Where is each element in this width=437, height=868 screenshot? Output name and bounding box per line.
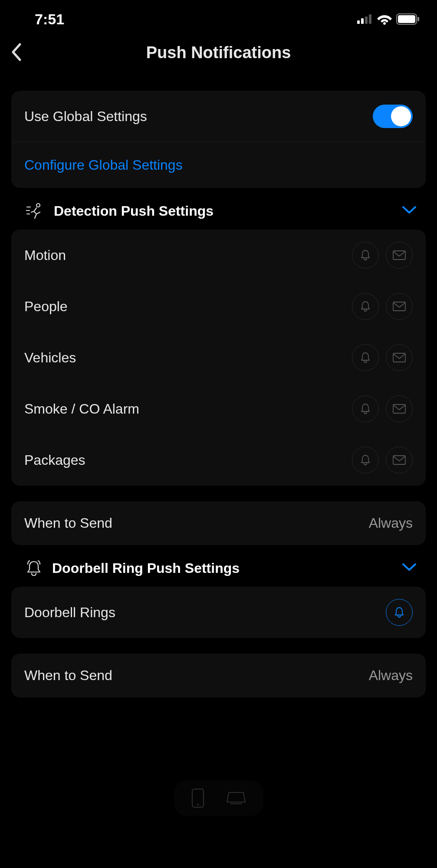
- status-bar: 7:51: [0, 0, 437, 35]
- global-settings-card: Use Global Settings Configure Global Set…: [11, 91, 426, 188]
- chevron-down-icon: [401, 562, 417, 572]
- device-icon: [226, 788, 246, 806]
- when-label: When to Send: [24, 515, 112, 531]
- svg-rect-1: [361, 18, 364, 24]
- page-header: Push Notifications: [0, 35, 437, 79]
- svg-point-4: [383, 22, 386, 25]
- detection-row-motion: Motion: [11, 230, 426, 281]
- chevron-left-icon: [10, 43, 23, 62]
- svg-rect-12: [393, 251, 405, 260]
- doorbell-when-label: When to Send: [24, 667, 112, 684]
- bell-outline-icon: [26, 560, 42, 576]
- detection-toggles: [352, 395, 413, 422]
- doorbell-collapse-toggle[interactable]: [401, 562, 417, 574]
- detection-label: Smoke / CO Alarm: [24, 401, 139, 417]
- svg-rect-16: [393, 456, 405, 464]
- detection-collapse-toggle[interactable]: [401, 205, 417, 217]
- battery-icon: [396, 13, 420, 25]
- use-global-settings-row[interactable]: Use Global Settings: [11, 91, 426, 142]
- bell-icon: [359, 352, 371, 364]
- doorbell-when-row[interactable]: When to Send Always: [11, 654, 426, 697]
- detection-toggles: [352, 293, 413, 320]
- vehicles-bell-toggle[interactable]: [352, 344, 379, 371]
- detection-section-header[interactable]: Detection Push Settings: [0, 188, 437, 230]
- use-global-toggle[interactable]: [373, 105, 413, 128]
- detection-toggles: [352, 447, 413, 473]
- svg-rect-2: [365, 16, 368, 24]
- bottom-nav[interactable]: [174, 780, 263, 816]
- detection-items-card: Motion People Vehicles: [11, 230, 426, 486]
- svg-rect-14: [393, 353, 405, 362]
- detection-row-smoke: Smoke / CO Alarm: [11, 383, 426, 434]
- detection-when-card: When to Send Always: [11, 501, 426, 545]
- bell-icon: [393, 606, 405, 618]
- mail-icon: [393, 353, 406, 362]
- detection-toggles: [352, 344, 413, 371]
- packages-mail-toggle[interactable]: [386, 447, 413, 473]
- detection-row-people: People: [11, 281, 426, 332]
- doorbell-section-title: Doorbell Ring Push Settings: [52, 560, 240, 576]
- mail-icon: [393, 250, 406, 260]
- doorbell-rings-row: Doorbell Rings: [11, 587, 426, 638]
- svg-rect-6: [398, 15, 415, 23]
- people-mail-toggle[interactable]: [386, 293, 413, 320]
- wifi-icon: [377, 13, 392, 25]
- page-title: Push Notifications: [10, 43, 427, 62]
- detection-toggles: [352, 242, 413, 269]
- mail-icon: [393, 455, 406, 465]
- back-button[interactable]: [10, 43, 23, 63]
- status-time: 7:51: [35, 11, 64, 28]
- people-bell-toggle[interactable]: [352, 293, 379, 320]
- doorbell-when-card: When to Send Always: [11, 654, 426, 697]
- motion-bell-toggle[interactable]: [352, 242, 379, 269]
- smoke-mail-toggle[interactable]: [386, 395, 413, 422]
- doorbell-toggles: [386, 599, 413, 626]
- detection-label: Motion: [24, 247, 66, 263]
- configure-global-link: Configure Global Settings: [24, 157, 183, 173]
- svg-point-8: [36, 204, 40, 207]
- detection-row-packages: Packages: [11, 434, 426, 486]
- phone-icon: [191, 788, 204, 808]
- when-value: Always: [369, 515, 413, 531]
- detection-when-row[interactable]: When to Send Always: [11, 501, 426, 545]
- bell-icon: [359, 300, 371, 312]
- running-person-icon: [26, 203, 43, 219]
- detection-row-vehicles: Vehicles: [11, 332, 426, 383]
- use-global-label: Use Global Settings: [24, 108, 147, 125]
- configure-global-row[interactable]: Configure Global Settings: [11, 142, 426, 188]
- mail-icon: [393, 404, 406, 414]
- svg-rect-0: [357, 20, 360, 24]
- detection-section-title: Detection Push Settings: [54, 203, 214, 219]
- svg-point-18: [197, 804, 199, 806]
- packages-bell-toggle[interactable]: [352, 447, 379, 473]
- svg-rect-3: [369, 14, 371, 24]
- motion-mail-toggle[interactable]: [386, 242, 413, 269]
- bell-icon: [359, 454, 371, 466]
- mail-icon: [393, 302, 406, 311]
- svg-rect-15: [393, 404, 405, 413]
- smoke-bell-toggle[interactable]: [352, 395, 379, 422]
- doorbell-section-header[interactable]: Doorbell Ring Push Settings: [0, 545, 437, 587]
- detection-label: Packages: [24, 452, 85, 468]
- doorbell-when-value: Always: [369, 667, 413, 684]
- doorbell-bell-toggle[interactable]: [386, 599, 413, 626]
- status-icons: [357, 13, 420, 25]
- detection-label: Vehicles: [24, 350, 76, 366]
- bell-icon: [359, 403, 371, 415]
- toggle-knob: [391, 106, 411, 126]
- detection-label: People: [24, 299, 68, 315]
- chevron-down-icon: [401, 205, 417, 215]
- bell-icon: [359, 249, 371, 261]
- vehicles-mail-toggle[interactable]: [386, 344, 413, 371]
- doorbell-rings-card: Doorbell Rings: [11, 587, 426, 638]
- svg-rect-7: [417, 17, 419, 21]
- cell-signal-icon: [357, 14, 373, 24]
- svg-rect-13: [393, 302, 405, 311]
- doorbell-rings-label: Doorbell Rings: [24, 605, 115, 621]
